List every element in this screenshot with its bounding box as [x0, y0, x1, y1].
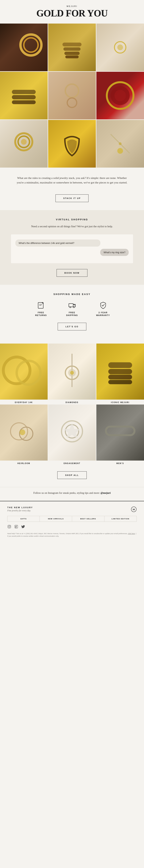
footer-legal: Need help? Text us at +1 (250) 281-4343 …	[7, 532, 137, 542]
svg-rect-37	[108, 380, 132, 384]
shopping-section: SHOPPING MADE EASY FREERETURNS FREESHIPP…	[0, 285, 144, 337]
category-engagement[interactable]: ENGAGEMENT	[48, 405, 96, 465]
lets-go-button[interactable]: LET'S GO	[58, 323, 86, 331]
features-row: FREERETURNS FREESHIPPING 2-YEARWARRANTY	[7, 301, 137, 317]
diamonds-label: DIAMONDS	[65, 401, 78, 403]
category-everyday[interactable]: EVERYDAY 14K	[0, 344, 48, 404]
mens-image	[96, 405, 144, 461]
chat-bubble-1: What's the difference between 14k and go…	[15, 240, 100, 247]
svg-rect-44	[106, 427, 135, 435]
categories-row-1: EVERYDAY 14K DIAMONDS	[0, 344, 144, 404]
shipping-icon	[68, 301, 77, 309]
category-iconic[interactable]: ICONIC MEJURI	[96, 344, 144, 404]
warranty-icon	[99, 301, 108, 309]
svg-rect-2	[62, 42, 81, 46]
iconic-label: ICONIC MEJURI	[111, 401, 129, 403]
photo-8	[48, 120, 96, 167]
chat-bubble-2: What's my ring size?	[100, 249, 129, 256]
svg-rect-35	[108, 369, 132, 374]
svg-marker-43	[63, 423, 81, 438]
photo-2	[48, 24, 96, 71]
everyday-image	[0, 344, 48, 400]
svg-point-20	[117, 148, 123, 154]
shipping-label: FREESHIPPING	[66, 311, 78, 317]
footer-logo-icon: M	[131, 506, 137, 512]
diamonds-image	[48, 344, 96, 400]
footer-tagline: Fine jewelry for every day.	[7, 509, 33, 512]
svg-rect-10	[12, 100, 36, 104]
intro-section: What are the rules to creating a solid j…	[0, 167, 144, 191]
instagram-section: Follow us on Instagram for sneak peeks, …	[0, 487, 144, 501]
svg-rect-34	[108, 362, 132, 368]
footer: THE NEW LUXURY Fine jewelry for every da…	[0, 501, 144, 542]
twitter-icon[interactable]	[21, 525, 25, 529]
categories-section: EVERYDAY 14K DIAMONDS	[0, 337, 144, 465]
footer-nav-gifts[interactable]: GIFTS	[7, 516, 40, 522]
footer-nav: GIFTS NEW ARRIVALS BEST SELLERS LIMITED …	[7, 516, 137, 522]
svg-rect-8	[12, 90, 36, 94]
footer-nav-limited-edition[interactable]: LIMITED EDITION	[105, 516, 137, 522]
footer-nav-new-arrivals[interactable]: NEW ARRIVALS	[40, 516, 72, 522]
virtual-description: Need a second opinion on all things fine…	[11, 224, 133, 228]
everyday-label: EVERYDAY 14K	[15, 401, 33, 403]
svg-point-12	[67, 98, 77, 107]
shopping-section-title: SHOPPING MADE EASY	[7, 293, 137, 296]
book-now-button[interactable]: BOOK NOW	[57, 269, 87, 277]
footer-nav-best-sellers[interactable]: BEST SELLERS	[72, 516, 105, 522]
facebook-icon[interactable]	[14, 525, 18, 529]
svg-rect-25	[69, 304, 73, 307]
svg-point-48	[8, 526, 10, 527]
photo-3	[96, 24, 144, 71]
footer-brand-row: THE NEW LUXURY Fine jewelry for every da…	[7, 506, 137, 512]
svg-point-15	[114, 90, 126, 101]
photo-4	[0, 72, 48, 119]
stack-cta-container: STACK IT UP	[0, 191, 144, 210]
svg-rect-9	[12, 95, 36, 99]
category-heirloom[interactable]: HEIRLOOM	[0, 405, 48, 465]
svg-text:M: M	[133, 508, 135, 511]
feature-warranty: 2-YEARWARRANTY	[93, 301, 113, 317]
svg-point-18	[21, 139, 27, 145]
instagram-handle[interactable]: @mejuri	[100, 491, 111, 494]
unsubscribe-link[interactable]: click here	[128, 533, 135, 534]
svg-point-21	[119, 142, 122, 145]
returns-icon	[37, 301, 46, 309]
photo-grid	[0, 24, 144, 167]
photo-6	[96, 72, 144, 119]
shop-all-container: SHOP ALL	[0, 465, 144, 487]
svg-rect-3	[63, 47, 81, 51]
category-diamonds[interactable]: DIAMONDS	[48, 344, 96, 404]
svg-rect-4	[64, 52, 80, 55]
svg-point-11	[65, 84, 79, 97]
intro-text: What are the rules to creating a solid j…	[15, 176, 129, 185]
virtual-shopping-section: VIRTUAL SHOPPING Need a second opinion o…	[0, 210, 144, 263]
instagram-text: Follow us on Instagram for sneak peeks, …	[15, 491, 129, 495]
warranty-label: 2-YEARWARRANTY	[96, 311, 110, 317]
mens-label: MEN'S	[116, 462, 124, 464]
engagement-label: ENGAGEMENT	[64, 462, 81, 464]
returns-label: FREERETURNS	[35, 311, 47, 317]
instagram-icon[interactable]	[7, 525, 11, 529]
feature-returns: FREERETURNS	[31, 301, 51, 317]
svg-rect-47	[8, 525, 11, 528]
category-mens[interactable]: MEN'S	[96, 405, 144, 465]
photo-7	[0, 120, 48, 167]
shop-all-button[interactable]: SHOP ALL	[57, 471, 87, 479]
heirloom-image	[0, 405, 48, 461]
photo-1	[0, 24, 48, 71]
svg-point-33	[70, 371, 74, 375]
brand-name: MEJURI	[4, 5, 140, 7]
iconic-image	[96, 344, 144, 400]
svg-point-1	[24, 38, 38, 52]
stack-it-up-button[interactable]: STACK IT UP	[56, 194, 89, 202]
photo-5	[48, 72, 96, 119]
header: MEJURI GOLD FOR YOU	[0, 0, 144, 21]
svg-point-7	[117, 44, 123, 50]
photo-9	[96, 120, 144, 167]
svg-rect-36	[108, 375, 132, 379]
footer-brand-name: THE NEW LUXURY	[7, 506, 33, 508]
virtual-section-title: VIRTUAL SHOPPING	[11, 218, 133, 221]
svg-point-49	[10, 526, 10, 526]
social-row	[7, 525, 137, 529]
svg-point-40	[20, 429, 25, 435]
